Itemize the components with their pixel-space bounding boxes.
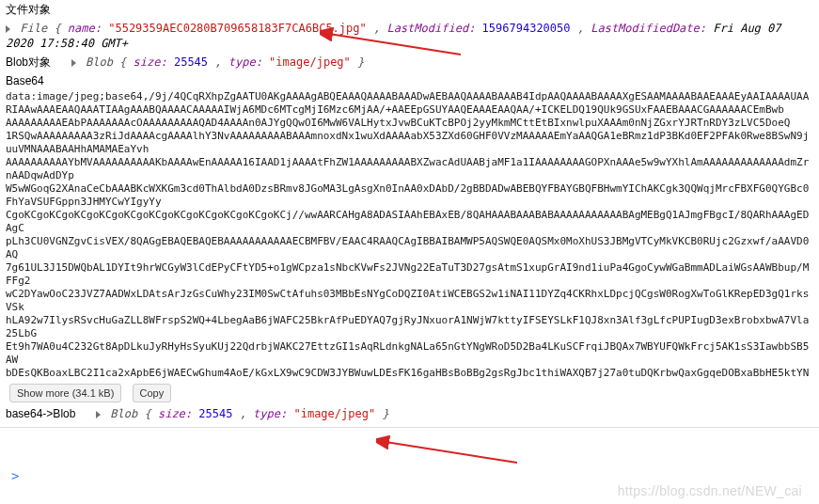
blob-prefix: Blob bbox=[86, 55, 113, 69]
lmd-key: LastModifiedDate: bbox=[591, 22, 706, 35]
size2-val: 25545 bbox=[198, 407, 232, 420]
blob2-prefix: Blob bbox=[110, 407, 137, 420]
lm-val: 1596794320050 bbox=[482, 22, 571, 35]
size-val: 25545 bbox=[174, 55, 208, 69]
expand-icon[interactable] bbox=[71, 59, 76, 67]
file-label-row: 文件对象 bbox=[0, 0, 819, 19]
type2-val: "image/jpeg" bbox=[293, 407, 375, 420]
arrow-annotation-bottom bbox=[376, 433, 527, 470]
copy-button[interactable]: Copy bbox=[133, 384, 172, 402]
file-prefix: File bbox=[20, 22, 47, 35]
type-val: "image/jpeg" bbox=[269, 55, 351, 69]
file-detail-row: File { name: "5529359AEC0280B709658183F7… bbox=[0, 19, 819, 53]
name-key: name: bbox=[68, 22, 102, 35]
base64-to-blob-label: base64->Blob bbox=[6, 407, 75, 420]
base64-data: data:image/jpeg;base64,/9j/4QCqRXhpZgAAT… bbox=[0, 90, 819, 382]
size2-key: size: bbox=[158, 407, 192, 420]
blob-label-row: Blob对象 Blob { size: 25545 , type: "image… bbox=[0, 53, 819, 71]
show-more-button[interactable]: Show more (34.1 kB) bbox=[9, 384, 121, 402]
lm-key: LastModified: bbox=[386, 22, 475, 35]
file-object-label: 文件对象 bbox=[6, 3, 51, 16]
svg-line-3 bbox=[386, 442, 517, 463]
base64-to-blob-row: base64->Blob Blob { size: 25545 , type: … bbox=[0, 404, 819, 423]
name-val: "5529359AEC0280B709658183F7CA6BC5.jpg" bbox=[108, 22, 367, 35]
type-key: type: bbox=[228, 55, 262, 69]
expand-icon[interactable] bbox=[96, 411, 101, 418]
divider bbox=[0, 427, 819, 428]
blob-object-label: Blob对象 bbox=[6, 55, 51, 69]
expand-icon[interactable] bbox=[6, 25, 10, 33]
console-prompt[interactable]: > bbox=[6, 466, 24, 485]
base64-label-row: Base64 bbox=[0, 71, 819, 90]
base64-label: Base64 bbox=[6, 74, 44, 87]
watermark-text: https://blog.csdn.net/NEW_cai bbox=[618, 483, 802, 498]
size-key: size: bbox=[134, 55, 167, 69]
base64-actions: Show more (34.1 kB) Copy bbox=[0, 382, 819, 404]
type2-key: type: bbox=[253, 407, 287, 420]
